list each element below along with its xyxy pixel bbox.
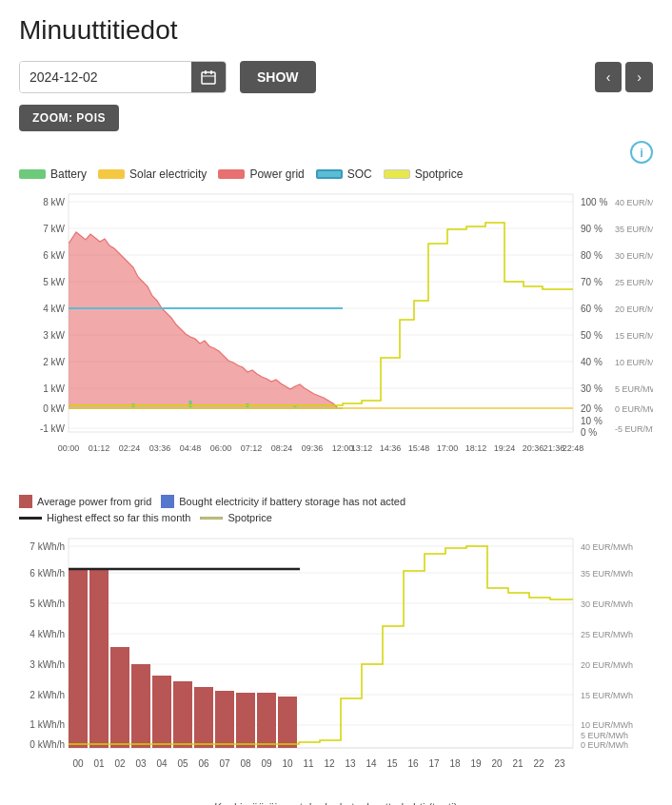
svg-text:08: 08	[240, 758, 251, 769]
svg-text:30 %: 30 %	[581, 383, 603, 394]
svg-text:5 EUR/MWh: 5 EUR/MWh	[615, 384, 653, 394]
svg-text:14: 14	[366, 758, 377, 769]
chart2-legend: Average power from grid Bought electrici…	[19, 495, 653, 508]
svg-text:6 kW: 6 kW	[43, 250, 65, 261]
svg-text:5 EUR/MWh: 5 EUR/MWh	[581, 731, 628, 740]
svg-text:30 EUR/MWh: 30 EUR/MWh	[581, 599, 633, 609]
svg-text:6 kWh/h: 6 kWh/h	[30, 568, 65, 579]
svg-text:4 kWh/h: 4 kWh/h	[30, 629, 65, 639]
svg-text:07: 07	[219, 758, 230, 769]
chart2-svg: 7 kWh/h 6 kWh/h 5 kWh/h 4 kWh/h 3 kWh/h …	[19, 531, 653, 778]
zoom-button[interactable]: ZOOM: POIS	[19, 105, 119, 131]
svg-text:2 kW: 2 kW	[43, 357, 65, 367]
svg-text:30 EUR/MWh: 30 EUR/MWh	[615, 251, 653, 261]
svg-text:90 %: 90 %	[581, 224, 603, 234]
svg-text:4 kW: 4 kW	[43, 304, 65, 314]
svg-text:17:00: 17:00	[437, 443, 459, 453]
svg-text:0 kWh/h: 0 kWh/h	[30, 739, 65, 750]
svg-text:20 EUR/MWh: 20 EUR/MWh	[615, 304, 653, 314]
chart1-svg: 8 kW 7 kW 6 kW 5 kW 4 kW 3 kW 2 kW 1 kW …	[19, 187, 653, 472]
svg-rect-105	[152, 676, 171, 748]
svg-rect-0	[202, 72, 215, 84]
svg-rect-102	[89, 569, 109, 748]
date-input[interactable]	[20, 62, 191, 92]
svg-text:22:48: 22:48	[563, 443, 584, 453]
svg-text:04:48: 04:48	[180, 443, 202, 453]
chart1-container: 8 kW 7 kW 6 kW 5 kW 4 kW 3 kW 2 kW 1 kW …	[19, 187, 653, 476]
battery-label: Battery	[50, 167, 87, 181]
svg-rect-103	[110, 647, 129, 748]
svg-text:60 %: 60 %	[581, 304, 603, 314]
prev-button[interactable]: ‹	[595, 62, 623, 92]
chart2-container: 7 kWh/h 6 kWh/h 5 kWh/h 4 kWh/h 3 kWh/h …	[19, 531, 653, 782]
soc-label: SOC	[347, 167, 372, 181]
solar-swatch	[98, 169, 125, 179]
svg-text:70 %: 70 %	[581, 277, 603, 287]
top-controls: SHOW ‹ ›	[19, 61, 653, 93]
svg-text:13:12: 13:12	[351, 443, 373, 453]
page-title: Minuuttitiedot	[19, 15, 653, 46]
svg-rect-106	[173, 681, 192, 748]
svg-text:21: 21	[512, 758, 524, 769]
svg-text:08:24: 08:24	[271, 443, 293, 453]
svg-text:17: 17	[428, 758, 440, 769]
svg-text:15:48: 15:48	[408, 443, 430, 453]
svg-text:0 kW: 0 kW	[43, 403, 65, 414]
svg-rect-108	[215, 691, 234, 748]
svg-text:22: 22	[533, 758, 544, 769]
svg-text:7 kWh/h: 7 kWh/h	[30, 541, 65, 552]
calendar-button[interactable]	[191, 62, 226, 92]
info-icon[interactable]: i	[630, 141, 653, 164]
svg-rect-107	[194, 687, 213, 748]
svg-text:25 EUR/MWh: 25 EUR/MWh	[615, 278, 653, 287]
bought-swatch	[161, 495, 174, 508]
svg-text:3 kW: 3 kW	[43, 330, 65, 341]
svg-text:03: 03	[135, 758, 147, 769]
svg-text:3 kWh/h: 3 kWh/h	[30, 659, 65, 670]
svg-text:02: 02	[114, 758, 126, 769]
svg-text:02:24: 02:24	[119, 443, 141, 453]
svg-text:8 kW: 8 kW	[43, 197, 65, 207]
svg-text:19:24: 19:24	[494, 443, 516, 453]
svg-text:0 EUR/MWh: 0 EUR/MWh	[581, 740, 628, 750]
chart1-legend: Battery Solar electricity Power grid SOC…	[19, 167, 653, 181]
svg-text:20:36: 20:36	[523, 443, 544, 453]
svg-text:10 EUR/MWh: 10 EUR/MWh	[615, 358, 653, 367]
svg-text:5 kW: 5 kW	[43, 277, 65, 287]
legend-spot2: Spotprice	[200, 512, 271, 523]
svg-text:01: 01	[93, 758, 105, 769]
svg-text:10 EUR/MWh: 10 EUR/MWh	[581, 720, 633, 730]
svg-text:14:36: 14:36	[380, 443, 402, 453]
spot-label: Spotprice	[415, 167, 464, 181]
svg-text:09:36: 09:36	[302, 443, 324, 453]
svg-text:10 %: 10 %	[581, 416, 603, 426]
svg-text:12: 12	[324, 758, 335, 769]
svg-text:5 kWh/h: 5 kWh/h	[30, 599, 65, 609]
svg-text:05: 05	[177, 758, 188, 769]
svg-text:35 EUR/MWh: 35 EUR/MWh	[615, 225, 653, 234]
svg-marker-47	[69, 232, 338, 408]
grid-label: Power grid	[249, 167, 304, 181]
svg-text:1 kW: 1 kW	[43, 383, 65, 394]
svg-text:7 kW: 7 kW	[43, 224, 65, 234]
svg-text:80 %: 80 %	[581, 250, 603, 261]
nav-buttons: ‹ ›	[595, 62, 653, 92]
svg-rect-109	[236, 693, 255, 748]
svg-text:10: 10	[282, 758, 293, 769]
svg-text:15 EUR/MWh: 15 EUR/MWh	[581, 691, 633, 700]
svg-text:15 EUR/MWh: 15 EUR/MWh	[615, 331, 653, 341]
svg-text:09: 09	[261, 758, 272, 769]
date-input-wrap	[19, 61, 227, 93]
legend-avg-power: Average power from grid	[19, 495, 151, 508]
svg-text:03:36: 03:36	[149, 443, 171, 453]
avg-power-label: Average power from grid	[37, 496, 151, 507]
svg-text:100 %: 100 %	[581, 197, 607, 207]
grid-swatch	[218, 169, 245, 179]
legend-battery: Battery	[19, 167, 87, 181]
legend-bought: Bought electricity if battery storage ha…	[161, 495, 405, 508]
legend-solar: Solar electricity	[98, 167, 207, 181]
svg-text:00:00: 00:00	[58, 443, 80, 453]
show-button[interactable]: SHOW	[240, 61, 316, 93]
svg-rect-104	[131, 664, 150, 748]
next-button[interactable]: ›	[625, 62, 653, 92]
